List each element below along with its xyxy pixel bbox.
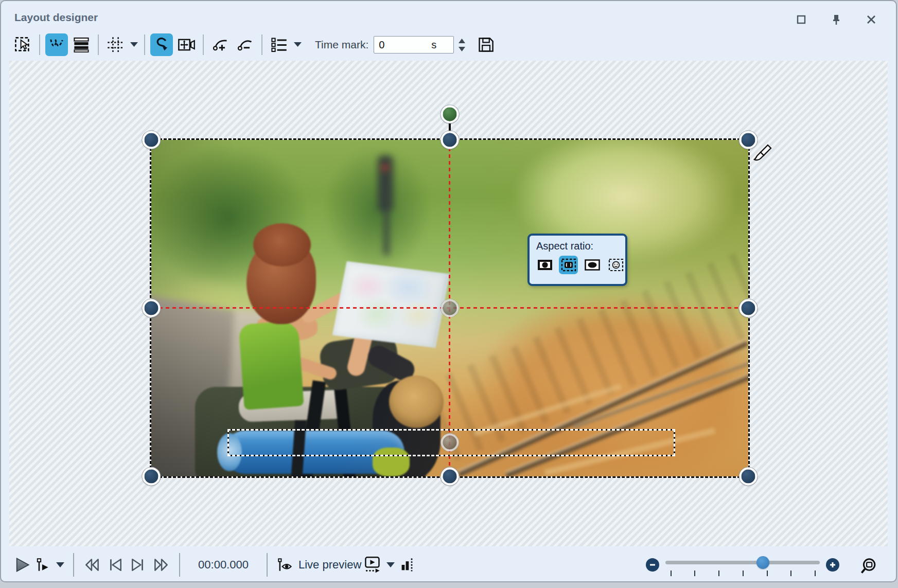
skip-to-start-button[interactable] — [83, 557, 101, 573]
time-mark-field: s — [374, 36, 454, 54]
remove-node-tool-button[interactable] — [234, 33, 256, 56]
aspect-crop-circle-icon — [537, 259, 553, 271]
floppy-disk-icon — [477, 36, 495, 54]
maximize-button[interactable] — [795, 13, 807, 26]
pan-view-tool-button[interactable] — [175, 33, 198, 56]
preview-window-button[interactable] — [364, 556, 381, 574]
aspect-ratio-options — [535, 256, 625, 274]
resize-handle-middle-right[interactable] — [739, 299, 758, 317]
aspect-stretch-ellipse-icon — [585, 259, 600, 271]
resize-handle-top-center[interactable] — [441, 131, 459, 149]
time-mark-unit: s — [431, 39, 436, 51]
transport-separator — [179, 553, 180, 577]
zoom-in-button[interactable] — [826, 558, 839, 572]
grid-tool-button[interactable] — [104, 33, 127, 56]
live-preview-toggle[interactable]: Live preview — [277, 557, 361, 573]
pushpin-icon — [831, 14, 841, 25]
spinner-down-button[interactable] — [457, 46, 466, 52]
time-mark-label: Time mark: — [315, 39, 368, 51]
media-object-selection[interactable] — [151, 140, 748, 476]
layout-canvas[interactable]: Aspect ratio: — [9, 61, 888, 546]
chevron-down-icon — [130, 42, 138, 47]
list-tool-dropdown[interactable] — [292, 33, 303, 56]
aspect-fit-dashed-button[interactable] — [559, 256, 578, 274]
live-preview-label: Live preview — [298, 558, 361, 572]
resize-handle-top-left[interactable] — [143, 131, 161, 149]
fast-forward-button[interactable] — [152, 557, 170, 573]
aspect-crop-circle-button[interactable] — [535, 256, 554, 274]
close-icon — [866, 14, 876, 25]
preview-window-icon — [364, 556, 381, 574]
grid-tool-dropdown[interactable] — [129, 33, 139, 56]
aspect-ratio-popup: Aspect ratio: — [527, 234, 627, 286]
bar-levels-icon — [400, 557, 415, 573]
fast-forward-icon — [152, 557, 170, 573]
select-tool-button[interactable] — [11, 33, 34, 56]
aspect-face-detect-icon — [608, 258, 624, 272]
transport-separator — [73, 553, 74, 577]
selection-center-handle[interactable] — [441, 299, 459, 317]
minus-icon — [649, 561, 656, 568]
zoom-fit-button[interactable] — [860, 558, 877, 577]
transport-separator — [267, 553, 268, 577]
aspect-face-detect-button[interactable] — [606, 256, 625, 274]
zoom-slider-track[interactable] — [665, 561, 820, 564]
resize-handle-bottom-right[interactable] — [739, 468, 758, 486]
preview-dropdown[interactable] — [386, 562, 395, 568]
marker-eye-icon — [277, 557, 294, 573]
dashed-box-cursor-icon — [14, 36, 31, 54]
toolbar-separator — [39, 34, 40, 55]
rotation-handle[interactable] — [441, 105, 459, 123]
playback-controls: 00:00.000 Live preview — [11, 546, 418, 582]
layer-stripes-tool-button[interactable] — [70, 33, 93, 56]
resize-handle-middle-left[interactable] — [143, 299, 161, 317]
toolbar-separator — [144, 34, 145, 55]
close-button[interactable] — [865, 13, 877, 26]
dashed-v-curves-icon — [48, 36, 65, 54]
next-frame-button[interactable] — [129, 557, 147, 573]
curve-minus-icon — [236, 36, 254, 54]
horizontal-bars-icon — [73, 36, 90, 54]
toolbar-separator — [98, 34, 99, 55]
add-node-tool-button[interactable] — [209, 33, 232, 56]
aspect-fit-dashed-icon — [561, 258, 576, 272]
list-tool-button[interactable] — [268, 33, 290, 56]
arrow-up-icon — [459, 39, 465, 43]
bullet-list-icon — [270, 36, 288, 54]
layout-designer-window: Layout designer — [0, 0, 897, 582]
zoom-slider[interactable] — [665, 555, 820, 575]
play-from-marker-icon — [36, 557, 51, 573]
time-mark-spinner — [457, 38, 466, 52]
time-mark-input[interactable] — [374, 36, 454, 54]
render-stats-button[interactable] — [400, 557, 415, 573]
curve-plus-icon — [212, 36, 229, 54]
resize-handle-bottom-left[interactable] — [143, 468, 161, 486]
arrow-down-icon — [459, 47, 465, 51]
aspect-stretch-ellipse-button[interactable] — [583, 256, 602, 274]
toolbar: Time mark: s — [10, 31, 498, 59]
subtitle-region-center-handle[interactable] — [441, 434, 459, 452]
next-frame-icon — [129, 557, 147, 573]
play-button[interactable] — [14, 557, 30, 573]
play-options-dropdown[interactable] — [56, 562, 64, 568]
previous-frame-button[interactable] — [107, 557, 124, 573]
dashed-grid-icon — [107, 36, 124, 54]
previous-frame-icon — [107, 557, 124, 573]
move-box-camera-icon — [177, 36, 196, 54]
spinner-up-button[interactable] — [457, 38, 466, 44]
zoom-out-button[interactable] — [646, 558, 659, 572]
curve-check-tool-button[interactable] — [45, 33, 68, 56]
chevron-down-icon — [294, 42, 302, 47]
toolbar-separator — [203, 34, 204, 55]
play-icon — [14, 557, 30, 573]
time-display: 00:00.000 — [193, 558, 253, 572]
pin-button[interactable] — [830, 13, 842, 26]
maximize-icon — [796, 14, 806, 25]
freehand-curve-tool-button[interactable] — [150, 33, 173, 56]
zoom-slider-thumb[interactable] — [756, 556, 769, 569]
resize-handle-bottom-center[interactable] — [441, 468, 459, 486]
paintbrush-cursor — [749, 142, 774, 169]
play-from-marker-button[interactable] — [36, 557, 51, 573]
save-button[interactable] — [474, 33, 497, 56]
skip-backward-icon — [83, 557, 101, 573]
